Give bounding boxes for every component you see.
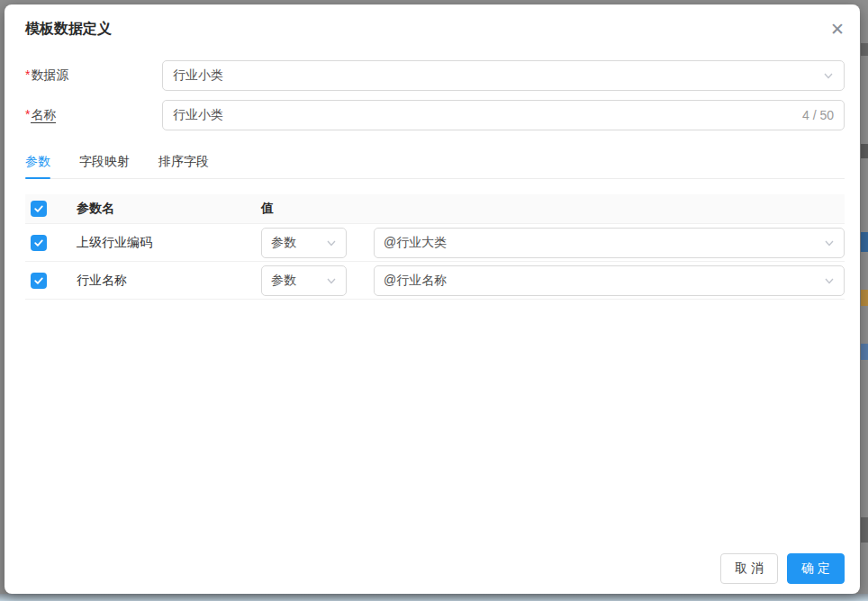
chevron-down-icon — [824, 275, 835, 286]
chevron-down-icon — [823, 70, 834, 81]
param-name-text: 上级行业编码 — [77, 235, 261, 251]
param-value-select[interactable]: @行业名称 — [374, 265, 845, 296]
tab-sort-fields[interactable]: 排序字段 — [158, 154, 209, 178]
dialog-footer: 取 消 确 定 — [25, 553, 845, 584]
template-data-definition-dialog: 模板数据定义 ✕ *数据源 行业小类 *名称 行业小类 4 / 50 参数 字段… — [5, 4, 860, 594]
name-input[interactable]: 行业小类 — [173, 107, 795, 123]
datasource-label: *数据源 — [25, 67, 162, 84]
datasource-select[interactable]: 行业小类 — [162, 60, 845, 91]
empty-area — [25, 300, 845, 553]
background-sliver — [861, 232, 868, 252]
table-row: 行业名称 参数 @行业名称 — [25, 262, 845, 300]
table-header-row: 参数名 值 — [25, 194, 845, 224]
tab-bar: 参数 字段映射 排序字段 — [25, 154, 845, 179]
select-all-checkbox[interactable] — [31, 201, 47, 217]
param-type-select[interactable]: 参数 — [261, 228, 347, 258]
dialog-title: 模板数据定义 — [25, 20, 112, 39]
parameters-table: 参数名 值 上级行业编码 参数 — [25, 194, 845, 300]
required-mark: * — [25, 107, 30, 121]
confirm-button[interactable]: 确 定 — [787, 553, 845, 584]
name-input-wrapper: 行业小类 4 / 50 — [162, 100, 845, 130]
param-value-select[interactable]: @行业大类 — [374, 228, 845, 258]
param-name-text: 行业名称 — [77, 273, 261, 289]
row-checkbox[interactable] — [31, 273, 47, 289]
cancel-button[interactable]: 取 消 — [720, 553, 778, 584]
check-icon — [33, 275, 44, 286]
char-counter: 4 / 50 — [802, 108, 834, 122]
chevron-down-icon — [326, 275, 337, 286]
check-icon — [33, 203, 44, 214]
background-sliver — [861, 43, 868, 56]
chevron-down-icon — [824, 238, 835, 248]
row-checkbox[interactable] — [31, 235, 47, 251]
check-icon — [33, 238, 44, 248]
tab-parameters[interactable]: 参数 — [25, 154, 50, 178]
background-sliver — [861, 290, 868, 306]
chevron-down-icon — [326, 238, 337, 248]
name-form-row: *名称 行业小类 4 / 50 — [25, 100, 845, 130]
column-header-param-name: 参数名 — [77, 201, 261, 217]
close-icon: ✕ — [830, 21, 845, 38]
background-sliver — [861, 144, 868, 158]
name-label: *名称 — [25, 107, 162, 123]
background-sliver — [861, 517, 868, 543]
datasource-select-value: 行业小类 — [173, 67, 816, 84]
dialog-header: 模板数据定义 ✕ — [25, 4, 845, 40]
close-button[interactable]: ✕ — [825, 17, 850, 42]
column-header-value: 值 — [261, 201, 845, 217]
table-row: 上级行业编码 参数 @行业大类 — [25, 224, 845, 262]
background-sliver — [861, 344, 868, 360]
tab-field-mapping[interactable]: 字段映射 — [79, 154, 130, 178]
background-bottom-sliver — [0, 594, 868, 601]
required-mark: * — [25, 67, 30, 82]
datasource-form-row: *数据源 行业小类 — [25, 60, 845, 91]
param-type-select[interactable]: 参数 — [261, 265, 347, 296]
